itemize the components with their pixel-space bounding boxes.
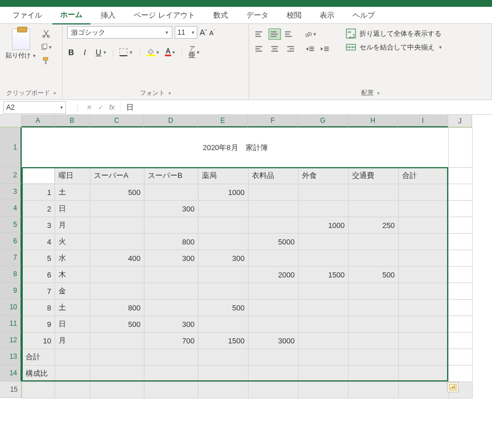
column-header-G[interactable]: G xyxy=(298,115,348,127)
cell[interactable] xyxy=(90,382,144,399)
cell[interactable] xyxy=(144,349,199,366)
cell-day[interactable]: 3 xyxy=(22,217,55,234)
cell-weekday[interactable]: 土 xyxy=(55,184,90,201)
cell-day[interactable]: 7 xyxy=(22,283,55,300)
cell-day[interactable]: 10 xyxy=(22,333,55,349)
cell-day[interactable]: 4 xyxy=(22,234,55,250)
cell-clothing[interactable] xyxy=(249,217,299,234)
row-header-9[interactable]: 9 xyxy=(0,283,22,299)
increase-indent-button[interactable] xyxy=(319,43,331,55)
orientation-button[interactable]: ab ▾ xyxy=(304,28,316,40)
increase-font-button[interactable]: A^ xyxy=(200,28,207,37)
cell[interactable] xyxy=(299,349,349,366)
cell[interactable] xyxy=(399,366,449,382)
cell[interactable] xyxy=(249,349,299,366)
cell-superB[interactable] xyxy=(144,184,199,201)
cell-day[interactable]: 9 xyxy=(22,316,55,333)
cell[interactable] xyxy=(349,382,399,399)
column-header-H[interactable]: H xyxy=(348,115,398,127)
tab-file[interactable]: ファイル xyxy=(5,7,50,24)
cell-superA[interactable]: 800 xyxy=(90,300,144,316)
cell-weekday[interactable]: 土 xyxy=(55,300,90,316)
italic-button[interactable]: I xyxy=(81,48,89,57)
tab-home[interactable]: ホーム xyxy=(52,6,90,24)
fill-color-button[interactable]: ▾ xyxy=(146,48,159,56)
bold-button[interactable]: B xyxy=(67,48,75,57)
cell-superA[interactable] xyxy=(90,201,144,217)
cell-day[interactable]: 8 xyxy=(22,300,55,316)
tab-insert[interactable]: 挿入 xyxy=(93,7,123,24)
dialog-launcher-icon[interactable]: ▾ xyxy=(53,90,56,96)
cell-clothing[interactable] xyxy=(249,201,299,217)
align-middle-button[interactable] xyxy=(268,28,281,40)
cell[interactable] xyxy=(90,366,144,382)
cell-superA[interactable] xyxy=(90,217,144,234)
font-size-select[interactable]: 11 ▾ xyxy=(175,26,197,39)
cell-transport[interactable] xyxy=(349,333,399,349)
row-header-14[interactable]: 14 xyxy=(0,365,22,381)
cell[interactable] xyxy=(199,349,249,366)
align-right-button[interactable] xyxy=(283,43,296,55)
cell[interactable] xyxy=(399,349,449,366)
cell-superB[interactable]: 300 xyxy=(144,250,199,267)
cell-pharmacy[interactable]: 500 xyxy=(199,300,249,316)
dialog-launcher-icon[interactable]: ▾ xyxy=(168,90,171,96)
row-header-4[interactable]: 4 xyxy=(0,200,22,217)
tab-page-layout[interactable]: ページ レイアウト xyxy=(126,7,203,24)
cell[interactable] xyxy=(144,382,199,399)
cell-total[interactable] xyxy=(399,250,449,267)
cell[interactable] xyxy=(449,217,473,234)
tab-review[interactable]: 校閲 xyxy=(279,7,309,24)
cell-clothing[interactable] xyxy=(249,316,299,333)
cell-clothing[interactable]: 2000 xyxy=(249,267,299,283)
cell-superA[interactable]: 500 xyxy=(90,184,144,201)
row-header-12[interactable]: 12 xyxy=(0,332,22,349)
cell-pharmacy[interactable]: 300 xyxy=(199,250,249,267)
cancel-formula-button[interactable]: ✕ xyxy=(86,103,92,111)
phonetic-guide-button[interactable]: ア亜 ▾ xyxy=(188,45,200,59)
cell[interactable] xyxy=(399,382,449,399)
cell-transport[interactable] xyxy=(349,300,399,316)
insert-function-button[interactable]: fx xyxy=(109,103,114,111)
cell[interactable] xyxy=(449,128,473,168)
decrease-indent-button[interactable] xyxy=(304,43,316,55)
cell-weekday[interactable]: 日 xyxy=(55,316,90,333)
tab-formulas[interactable]: 数式 xyxy=(205,7,236,24)
row-header-3[interactable]: 3 xyxy=(0,184,22,200)
cell-pharmacy[interactable]: 1500 xyxy=(199,333,249,349)
cell-superA[interactable] xyxy=(90,267,144,283)
cell-weekday[interactable]: 月 xyxy=(55,217,90,234)
header-transport[interactable]: 交通費 xyxy=(349,168,399,184)
cell-transport[interactable] xyxy=(349,283,399,300)
decrease-font-button[interactable]: Aˇ xyxy=(209,29,215,36)
header-total[interactable]: 合計 xyxy=(399,168,449,184)
cell-total[interactable] xyxy=(399,217,449,234)
column-header-F[interactable]: F xyxy=(248,115,298,127)
cell-total[interactable] xyxy=(399,201,449,217)
cell-total[interactable] xyxy=(399,300,449,316)
cell-total[interactable] xyxy=(399,333,449,349)
align-top-button[interactable] xyxy=(254,28,266,40)
cell-clothing[interactable] xyxy=(249,184,299,201)
align-left-button[interactable] xyxy=(254,43,266,55)
cell-total[interactable] xyxy=(399,267,449,283)
cell-superB[interactable]: 800 xyxy=(144,234,199,250)
cell[interactable] xyxy=(449,184,473,201)
cell[interactable] xyxy=(349,349,399,366)
cell-total[interactable] xyxy=(399,234,449,250)
cell-dining[interactable]: 1500 xyxy=(299,267,349,283)
cell[interactable] xyxy=(55,366,90,382)
name-box[interactable]: A2 ▾ xyxy=(3,101,66,114)
cell-transport[interactable] xyxy=(349,316,399,333)
column-header-C[interactable]: C xyxy=(90,115,144,127)
cell-dining[interactable] xyxy=(299,283,349,300)
cell-dining[interactable] xyxy=(299,201,349,217)
cell-total[interactable] xyxy=(399,283,449,300)
cell-day[interactable]: 5 xyxy=(22,250,55,267)
row-header-6[interactable]: 6 xyxy=(0,233,22,250)
paste-button[interactable]: 貼り付け ▾ xyxy=(5,26,37,62)
cell-total[interactable] xyxy=(399,316,449,333)
cell[interactable] xyxy=(449,316,473,333)
cell[interactable] xyxy=(449,300,473,316)
cell[interactable] xyxy=(449,234,473,250)
